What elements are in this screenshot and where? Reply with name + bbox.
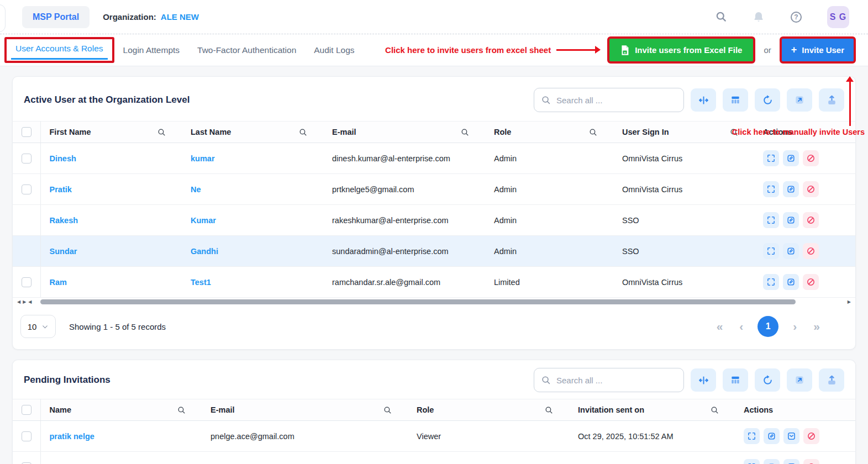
tab-two-factor-authentication[interactable]: Two-Factor Authentication [188, 40, 305, 61]
scrollbar-thumb[interactable] [40, 299, 795, 304]
scrollbar-track[interactable] [36, 299, 843, 305]
disable-action-button[interactable] [803, 212, 819, 228]
msp-portal-button[interactable]: MSP Portal [22, 6, 90, 28]
pending-search [534, 368, 684, 392]
prev-page-button[interactable]: ‹ [735, 320, 748, 333]
invite-users-from-excel-button[interactable]: x Invite users from Excel File [607, 36, 755, 64]
table-row-selected[interactable]: Sundar Gandhi sundaradmin@al-enterprise.… [13, 236, 855, 267]
plus-icon: + [791, 44, 797, 56]
resend-invite-mail-button[interactable] [783, 459, 799, 464]
select-all-checkbox[interactable] [22, 405, 31, 415]
tab-user-accounts-roles[interactable]: User Accounts & Roles [11, 41, 108, 60]
open-external-button[interactable] [787, 88, 812, 112]
first-name-link[interactable]: Dinesh [50, 154, 76, 163]
table-row[interactable]: Rakesh Kumar rakeshkumar@al-enterprise.c… [13, 205, 855, 236]
edit-action-button[interactable] [783, 243, 799, 259]
annotation-arrow-right [556, 49, 599, 51]
first-page-button[interactable]: « [712, 320, 728, 333]
tab-login-attempts[interactable]: Login Attempts [114, 40, 189, 61]
select-all-checkbox[interactable] [22, 127, 31, 137]
export-upload-button[interactable] [819, 88, 844, 112]
resend-invite-mail-button[interactable] [783, 428, 799, 444]
first-name-link[interactable]: Rakesh [50, 216, 78, 225]
revoke-invite-button[interactable] [803, 459, 819, 464]
disable-action-button[interactable] [803, 243, 819, 259]
role-cell: Admin [408, 452, 569, 464]
last-name-link[interactable]: Ne [191, 185, 201, 194]
edit-action-button[interactable] [783, 181, 799, 197]
drawer-handle[interactable] [0, 4, 6, 32]
column-search-icon[interactable] [298, 128, 308, 137]
search-input[interactable] [556, 96, 677, 105]
last-name-link[interactable]: kumar [191, 154, 215, 163]
row-checkbox[interactable] [22, 277, 31, 287]
expand-action-button[interactable] [763, 274, 779, 290]
organization-value[interactable]: ALE NEW [161, 12, 199, 22]
help-icon[interactable]: ? [790, 10, 803, 24]
avatar[interactable]: S G [827, 6, 849, 28]
column-resize-button[interactable] [691, 368, 716, 392]
search-icon[interactable] [714, 10, 728, 24]
search-input[interactable] [556, 376, 677, 385]
column-search-icon[interactable] [177, 405, 186, 415]
first-name-link[interactable]: Sundar [50, 247, 77, 256]
edit-action-button[interactable] [783, 150, 799, 166]
invite-user-button[interactable]: + Invite User [780, 36, 856, 64]
revoke-invite-button[interactable] [803, 428, 819, 444]
last-name-link[interactable]: Test1 [191, 278, 211, 287]
expand-action-button[interactable] [763, 181, 779, 197]
expand-action-button[interactable] [763, 150, 779, 166]
column-search-icon[interactable] [588, 128, 598, 137]
edit-action-button[interactable] [783, 274, 799, 290]
role-cell: Limited [485, 267, 613, 298]
last-name-link[interactable]: Kumar [191, 216, 216, 225]
email-cell: rakeshkumar@al-enterprise.com [323, 205, 485, 236]
column-resize-button[interactable] [691, 88, 716, 112]
disable-action-button[interactable] [803, 150, 819, 166]
column-chooser-button[interactable] [723, 368, 748, 392]
column-search-icon[interactable] [383, 405, 392, 415]
column-search-icon[interactable] [710, 405, 719, 415]
table-row[interactable]: Pratik Ne prtknelge5@gmail.com Admin Omn… [13, 174, 855, 205]
table-row[interactable]: pratik nelge pnelge.ace@gmail.com Viewer… [13, 421, 855, 452]
expand-action-button[interactable] [763, 212, 779, 228]
export-upload-button[interactable] [819, 368, 844, 392]
refresh-button[interactable] [755, 368, 780, 392]
row-checkbox[interactable] [22, 462, 31, 464]
table-row[interactable]: Ram Test1 ramchandar.sr.ale@gmail.com Li… [13, 267, 855, 298]
current-page-button[interactable]: 1 [757, 316, 778, 337]
scroll-left-icon[interactable]: ◀ [17, 300, 20, 304]
page-size-select[interactable]: 10 [20, 315, 56, 338]
last-name-link[interactable]: Gandhi [191, 247, 218, 256]
search-icon [541, 375, 551, 386]
column-chooser-button[interactable] [723, 88, 748, 112]
row-checkbox[interactable] [22, 431, 31, 441]
first-name-link[interactable]: Ram [50, 278, 67, 287]
last-page-button[interactable]: » [809, 320, 824, 333]
open-external-button[interactable] [787, 368, 812, 392]
column-search-icon[interactable] [544, 405, 554, 415]
column-search-icon[interactable] [157, 128, 166, 137]
column-search-icon[interactable] [460, 128, 470, 137]
row-checkbox[interactable] [22, 154, 31, 164]
scroll-right-icon[interactable]: ▶ [848, 300, 851, 304]
notifications-bell-icon[interactable] [752, 10, 765, 24]
table-row[interactable]: Dinesh kumar dinesh.kumar@al-enterprise.… [13, 143, 855, 174]
refresh-button[interactable] [755, 88, 780, 112]
invitee-name-link[interactable]: pratik nelge [50, 432, 94, 441]
next-page-button[interactable]: › [788, 320, 801, 333]
edit-action-button[interactable] [764, 428, 780, 444]
scroll-left-icon[interactable]: ◀ [28, 300, 31, 304]
edit-action-button[interactable] [764, 459, 780, 464]
row-checkbox[interactable] [22, 184, 31, 194]
disable-action-button[interactable] [803, 181, 819, 197]
table-row[interactable]: John Doe john.doe@domain.com Admin Nov 2… [13, 452, 855, 464]
expand-action-button[interactable] [744, 428, 760, 444]
disable-action-button[interactable] [803, 274, 819, 290]
edit-action-button[interactable] [783, 212, 799, 228]
tab-audit-logs[interactable]: Audit Logs [305, 40, 363, 61]
scroll-right-icon[interactable]: ▶ [23, 300, 26, 304]
expand-action-button[interactable] [744, 459, 760, 464]
first-name-link[interactable]: Pratik [50, 185, 72, 194]
expand-action-button[interactable] [763, 243, 779, 259]
